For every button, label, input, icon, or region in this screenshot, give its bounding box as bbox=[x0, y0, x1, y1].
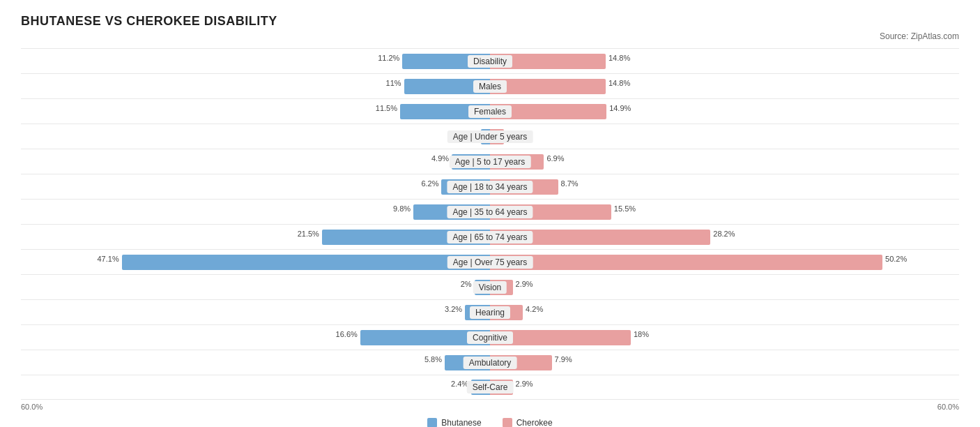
left-side: 4.9% bbox=[21, 149, 490, 174]
right-value: 18% bbox=[631, 330, 649, 338]
bar-row: 11.5% Females 14.9% bbox=[21, 98, 959, 123]
x-axis-right-label: 60.0% bbox=[937, 403, 959, 411]
right-side: 4.2% bbox=[490, 300, 959, 324]
left-value: 9.8% bbox=[393, 204, 413, 213]
right-side: 8.7% bbox=[490, 174, 959, 199]
legend-cherokee: Cherokee bbox=[503, 418, 553, 427]
left-value: 11.2% bbox=[378, 54, 402, 62]
bar-label: Cognitive bbox=[467, 331, 513, 344]
left-value: 2% bbox=[461, 280, 475, 288]
left-value: 6.2% bbox=[421, 179, 441, 188]
bar-label: Males bbox=[473, 80, 507, 93]
right-side: 14.9% bbox=[490, 99, 959, 123]
left-value: 3.2% bbox=[445, 305, 465, 313]
left-side: 47.1% bbox=[21, 250, 490, 274]
x-axis-left-label: 60.0% bbox=[21, 403, 43, 411]
left-value: 4.9% bbox=[431, 154, 452, 163]
bar-container: 21.5% Age | 65 to 74 years 28.2% bbox=[21, 225, 959, 249]
bar-label: Age | 5 to 17 years bbox=[450, 156, 531, 168]
bar-label: Self-Care bbox=[467, 381, 514, 394]
bar-container: 2% Vision 2.9% bbox=[21, 275, 959, 299]
bar-row: 47.1% Age | Over 75 years 50.2% bbox=[21, 249, 959, 274]
right-value: 50.2% bbox=[882, 255, 907, 263]
bar-row: 2% Vision 2.9% bbox=[21, 274, 959, 299]
right-value: 6.9% bbox=[544, 154, 564, 163]
left-side: 5.8% bbox=[21, 350, 490, 375]
left-side: 2.4% bbox=[21, 375, 490, 399]
legend-pink-label: Cherokee bbox=[516, 418, 553, 427]
pink-bar: 14.8% bbox=[490, 79, 606, 94]
bar-container: 1.2% Age | Under 5 years 1.8% bbox=[21, 124, 959, 149]
bar-container: 5.8% Ambulatory 7.9% bbox=[21, 350, 959, 375]
bar-label: Ambulatory bbox=[464, 357, 517, 369]
right-value: 8.7% bbox=[558, 179, 579, 188]
right-value: 2.9% bbox=[513, 380, 533, 388]
bar-row: 4.9% Age | 5 to 17 years 6.9% bbox=[21, 149, 959, 174]
left-value: 47.1% bbox=[98, 255, 122, 263]
bar-container: 9.8% Age | 35 to 64 years 15.5% bbox=[21, 200, 959, 224]
left-side: 3.2% bbox=[21, 300, 490, 324]
bar-container: 16.6% Cognitive 18% bbox=[21, 325, 959, 350]
bar-row: 21.5% Age | 65 to 74 years 28.2% bbox=[21, 224, 959, 249]
legend-blue-box bbox=[427, 418, 437, 427]
bar-label: Age | 35 to 64 years bbox=[447, 206, 533, 218]
right-side: 14.8% bbox=[490, 49, 959, 73]
left-side: 11.5% bbox=[21, 99, 490, 123]
bar-container: 11.2% Disability 14.8% bbox=[21, 49, 959, 73]
bar-label: Vision bbox=[473, 281, 507, 294]
bar-container: 11.5% Females 14.9% bbox=[21, 99, 959, 123]
bar-row: 16.6% Cognitive 18% bbox=[21, 324, 959, 350]
right-side: 1.8% bbox=[490, 124, 959, 149]
right-side: 6.9% bbox=[490, 149, 959, 174]
right-value: 4.2% bbox=[523, 305, 543, 313]
bar-container: 11% Males 14.8% bbox=[21, 74, 959, 98]
bar-label: Females bbox=[468, 105, 512, 118]
left-value: 21.5% bbox=[298, 230, 322, 238]
right-side: 28.2% bbox=[490, 225, 959, 249]
left-side: 9.8% bbox=[21, 200, 490, 224]
bar-row: 11% Males 14.8% bbox=[21, 73, 959, 98]
blue-bar: 47.1% bbox=[122, 255, 490, 270]
right-value: 14.8% bbox=[606, 79, 630, 87]
bar-label: Hearing bbox=[470, 306, 510, 319]
legend-blue-label: Bhutanese bbox=[441, 418, 481, 427]
left-side: 21.5% bbox=[21, 225, 490, 249]
bar-label: Age | Under 5 years bbox=[447, 130, 533, 143]
legend: Bhutanese Cherokee bbox=[21, 418, 959, 427]
bar-row: 3.2% Hearing 4.2% bbox=[21, 299, 959, 324]
left-value: 11% bbox=[386, 79, 404, 87]
chart-area: 11.2% Disability 14.8% 11% Males 14.8% bbox=[21, 48, 959, 400]
source-text: Source: ZipAtlas.com bbox=[21, 31, 959, 41]
right-side: 2.9% bbox=[490, 275, 959, 299]
right-value: 14.8% bbox=[606, 54, 630, 62]
right-side: 18% bbox=[490, 325, 959, 350]
left-side: 11% bbox=[21, 74, 490, 98]
right-side: 14.8% bbox=[490, 74, 959, 98]
right-value: 28.2% bbox=[710, 230, 735, 238]
bar-container: 47.1% Age | Over 75 years 50.2% bbox=[21, 250, 959, 274]
bar-container: 4.9% Age | 5 to 17 years 6.9% bbox=[21, 149, 959, 174]
left-side: 1.2% bbox=[21, 124, 490, 149]
right-value: 7.9% bbox=[552, 355, 572, 364]
bar-label: Age | Over 75 years bbox=[447, 256, 533, 269]
legend-bhutanese: Bhutanese bbox=[427, 418, 481, 427]
right-value: 2.9% bbox=[513, 280, 533, 288]
bar-row: 2.4% Self-Care 2.9% bbox=[21, 375, 959, 400]
bar-label: Age | 65 to 74 years bbox=[447, 231, 533, 244]
left-value: 11.5% bbox=[376, 104, 400, 112]
bar-row: 9.8% Age | 35 to 64 years 15.5% bbox=[21, 199, 959, 224]
page-title: BHUTANESE VS CHEROKEE DISABILITY bbox=[21, 14, 959, 29]
bar-container: 6.2% Age | 18 to 34 years 8.7% bbox=[21, 174, 959, 199]
left-side: 2% bbox=[21, 275, 490, 299]
right-side: 7.9% bbox=[490, 350, 959, 375]
bar-label: Disability bbox=[468, 55, 512, 68]
bar-label: Age | 18 to 34 years bbox=[447, 181, 533, 193]
bar-row: 11.2% Disability 14.8% bbox=[21, 48, 959, 73]
right-side: 2.9% bbox=[490, 375, 959, 399]
left-value: 5.8% bbox=[424, 355, 445, 364]
bar-row: 1.2% Age | Under 5 years 1.8% bbox=[21, 123, 959, 149]
left-side: 6.2% bbox=[21, 174, 490, 199]
right-side: 15.5% bbox=[490, 200, 959, 224]
left-value: 16.6% bbox=[336, 330, 360, 338]
pink-bar: 50.2% bbox=[490, 255, 882, 270]
